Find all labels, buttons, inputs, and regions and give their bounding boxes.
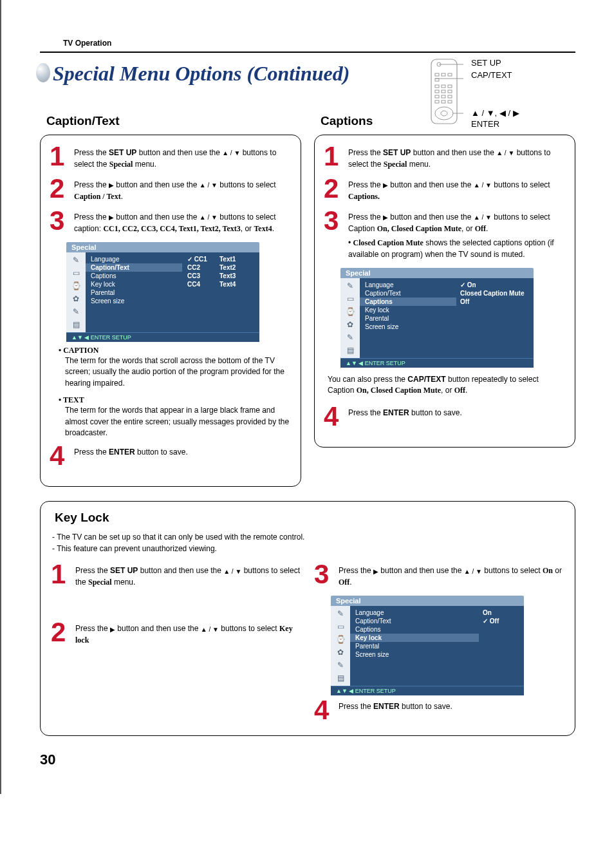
osd-icon: ✎ (334, 609, 347, 619)
svg-rect-3 (435, 73, 439, 76)
svg-rect-14 (435, 95, 439, 98)
kl-step-1: 1 Press the SET UP button and then use t… (51, 563, 301, 588)
osd-item: Caption/Text (365, 290, 451, 297)
osd-keylock: Special ✎ ▭ ⌚ ✿ ✎ ▤ Language Caption/T (331, 596, 524, 695)
captions-note: You can also press the CAP/TEXT button r… (328, 374, 562, 397)
cap-step-1: 1 Press the SET UP button and then use t… (324, 146, 566, 170)
text-bold: Closed Caption Mute (353, 238, 423, 247)
text-bold: SET UP (109, 148, 136, 157)
osd-item: Captions (365, 298, 451, 305)
section-header: TV Operation (63, 39, 575, 48)
svg-rect-11 (435, 90, 439, 93)
osd-item: Captions (91, 272, 177, 279)
step-number: 4 (324, 406, 346, 428)
keylock-title: Key Lock (55, 511, 564, 525)
osd-icon: ✎ (70, 307, 82, 317)
svg-rect-4 (442, 73, 445, 76)
text: buttons to select (492, 180, 550, 189)
text: Press the (75, 624, 110, 633)
osd-item: Screen size (91, 297, 177, 305)
svg-rect-18 (442, 100, 445, 103)
osd-options: On Off (479, 606, 524, 686)
osd-item: Parental (355, 643, 474, 650)
osd-icon: ✎ (334, 660, 347, 670)
osd-option: CC3 (187, 272, 219, 279)
step-number: 4 (314, 699, 336, 721)
text: button and then use the (378, 566, 464, 575)
osd-option: CC2 (187, 264, 219, 271)
text-bold: CC1, CC2, CC3, CC4, Text1, Text2, Text3 (103, 224, 240, 233)
osd-icon: ▤ (344, 345, 357, 355)
svg-rect-13 (448, 90, 452, 93)
text-bold: CAP/TEXT (407, 375, 445, 384)
osd-icon-strip: ✎ ▭ ⌚ ✿ ✎ ▤ (66, 252, 86, 332)
osd-icon: ⌚ (334, 634, 347, 645)
osd-icon: ✿ (70, 294, 82, 304)
text: buttons to select (482, 566, 543, 575)
svg-rect-16 (448, 95, 452, 98)
osd-captions: Special ✎ ▭ ⌚ ✿ ✎ ▤ Language Caption/T (340, 268, 534, 368)
osd-item: Parental (91, 289, 177, 296)
ct-step-4: 4 Press the ENTER button to save. (50, 445, 292, 467)
osd-icon: ✎ (70, 255, 82, 265)
def-term: • CAPTION (59, 346, 292, 355)
text: . (486, 224, 488, 233)
step-number: 1 (50, 146, 71, 167)
svg-rect-17 (435, 100, 439, 103)
right-icon: ▶ (373, 567, 378, 576)
captions-panel: 1 Press the SET UP button and then use t… (314, 135, 575, 448)
up-down-icon: ▲ / ▼ (474, 180, 492, 190)
right-icon: ▶ (109, 180, 114, 190)
osd-option: Text3 (219, 272, 236, 279)
text-bold: Captions. (348, 192, 380, 201)
svg-rect-12 (442, 90, 445, 93)
osd-icon: ✿ (334, 647, 347, 657)
osd-caption-text: Special ✎ ▭ ⌚ ✿ ✎ ▤ Language Caption/T (66, 242, 259, 342)
def-term: • TEXT (59, 395, 292, 405)
keylock-panel: Key Lock The TV can be set up so that it… (40, 501, 575, 736)
text: or (553, 566, 562, 575)
text: Press the (348, 180, 383, 189)
osd-option: Off (483, 618, 499, 625)
text: button to save. (135, 448, 188, 457)
osd-option: Off (460, 298, 469, 305)
up-down-icon: ▲ / ▼ (223, 567, 241, 576)
osd-footer: ▲▼ ◀ ENTER SETUP (331, 686, 524, 695)
remote-label-enter: ENTER (471, 119, 519, 129)
header-rule (40, 52, 575, 53)
svg-point-20 (435, 107, 453, 120)
osd-icon: ▤ (70, 319, 82, 330)
kl-step-4: 4 Press the ENTER button to save. (314, 699, 564, 721)
osd-item: Language (365, 281, 451, 288)
ct-step-3: 3 Press the ▶ button and then use the ▲ … (50, 210, 292, 234)
def-desc: The term for the words that appear in a … (65, 405, 292, 439)
text-bold: ENTER (383, 408, 409, 417)
osd-icon: ⌚ (344, 307, 357, 317)
cap-step-2: 2 Press the ▶ button and then use the ▲ … (324, 178, 566, 202)
osd-item: Language (91, 256, 177, 263)
text: , or (241, 224, 254, 233)
text-bold: On (543, 566, 553, 575)
text: Press the (74, 148, 109, 157)
text: buttons to select (219, 624, 279, 633)
osd-item: Parental (365, 315, 451, 322)
step-number: 3 (324, 210, 346, 232)
step-number: 2 (324, 178, 346, 200)
osd-menu: Language Caption/Text Captions Key lock … (360, 278, 456, 358)
cap-step-4: 4 Press the ENTER button to save. (324, 406, 566, 428)
osd-footer: ▲▼ ◀ ENTER SETUP (340, 358, 534, 368)
text: Press the (339, 566, 373, 575)
right-icon: ▶ (383, 212, 388, 222)
osd-option: Text2 (219, 264, 236, 271)
text: button to save. (400, 702, 452, 711)
osd-icon-strip: ✎ ▭ ⌚ ✿ ✎ ▤ (340, 278, 360, 358)
text: menu. (112, 578, 136, 587)
text: menu. (407, 160, 431, 169)
remote-icon (427, 58, 466, 129)
osd-title: Special (340, 268, 534, 278)
osd-icon-strip: ✎ ▭ ⌚ ✿ ✎ ▤ (331, 606, 350, 686)
up-down-icon: ▲ / ▼ (496, 148, 514, 158)
step-number: 3 (314, 563, 336, 585)
text: You can also press the (328, 375, 407, 384)
remote-diagram: SET UP CAP/TEXT ▲ / ▼, ◀ / ▶ ENTER (427, 58, 563, 130)
